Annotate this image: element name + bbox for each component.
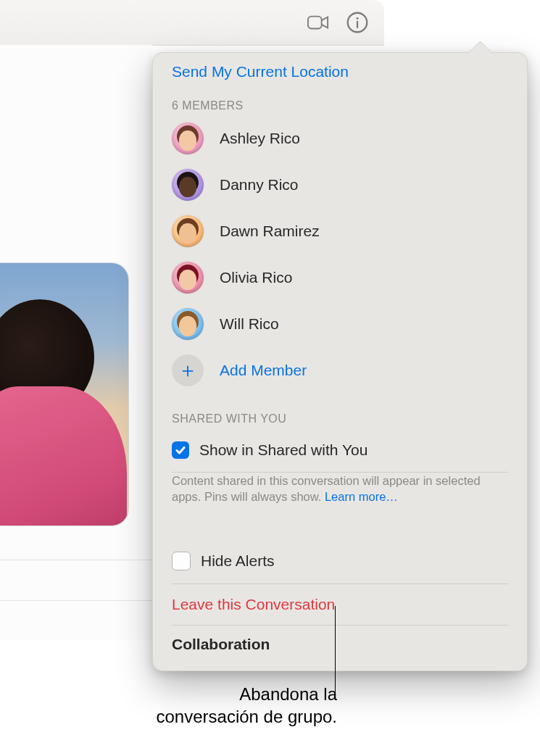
pane-divider	[0, 600, 152, 601]
callout-leader-line	[335, 606, 336, 694]
collaboration-section-title: Collaboration	[153, 626, 527, 653]
member-row[interactable]: Will Rico	[172, 301, 508, 347]
member-row[interactable]: Danny Rico	[172, 162, 508, 208]
members-list: Ashley RicoDanny RicoDawn RamirezOlivia …	[172, 115, 508, 347]
avatar	[172, 262, 204, 294]
details-popover: Send My Current Location 6 MEMBERS Ashle…	[152, 52, 528, 671]
learn-more-link[interactable]: Learn more…	[325, 490, 398, 503]
svg-rect-0	[308, 17, 322, 29]
members-header: 6 MEMBERS	[172, 99, 508, 112]
member-name: Dawn Ramirez	[220, 223, 320, 240]
member-name: Olivia Rico	[220, 269, 292, 286]
avatar	[172, 122, 204, 154]
conversation-pane	[0, 45, 152, 639]
videocam-icon[interactable]	[307, 12, 329, 36]
pane-divider	[0, 560, 152, 560]
shared-with-you-label: Show in Shared with You	[199, 441, 367, 459]
shared-help-text: Content shared in this conversation will…	[153, 473, 527, 511]
avatar	[172, 169, 204, 201]
hide-alerts-label: Hide Alerts	[201, 552, 275, 570]
message-photo-bubble	[0, 262, 129, 526]
member-name: Ashley Rico	[220, 130, 300, 147]
member-row[interactable]: Olivia Rico	[172, 254, 508, 301]
leave-conversation-link[interactable]: Leave this Conversation	[153, 584, 527, 625]
hide-alerts-toggle[interactable]: Hide Alerts	[153, 539, 527, 583]
member-row[interactable]: Dawn Ramirez	[172, 208, 508, 254]
callout-caption: Abandona laconversación de grupo.	[120, 684, 337, 728]
avatar	[172, 308, 204, 340]
checkbox-icon	[172, 552, 191, 570]
avatar	[172, 215, 204, 247]
plus-icon: ＋	[172, 354, 204, 386]
shared-with-you-toggle[interactable]: Show in Shared with You	[153, 428, 527, 472]
window-toolbar	[0, 0, 384, 46]
photo-content	[0, 263, 128, 526]
add-member-label: Add Member	[220, 362, 307, 379]
shared-header: SHARED WITH YOU	[172, 412, 508, 425]
svg-point-2	[357, 17, 359, 20]
checkbox-icon	[172, 441, 189, 459]
member-row[interactable]: Ashley Rico	[172, 115, 508, 162]
member-name: Danny Rico	[220, 176, 299, 194]
send-location-link[interactable]: Send My Current Location	[172, 63, 508, 80]
info-icon[interactable]	[346, 12, 368, 36]
member-name: Will Rico	[220, 315, 279, 333]
add-member-row[interactable]: ＋ Add Member	[172, 347, 508, 394]
